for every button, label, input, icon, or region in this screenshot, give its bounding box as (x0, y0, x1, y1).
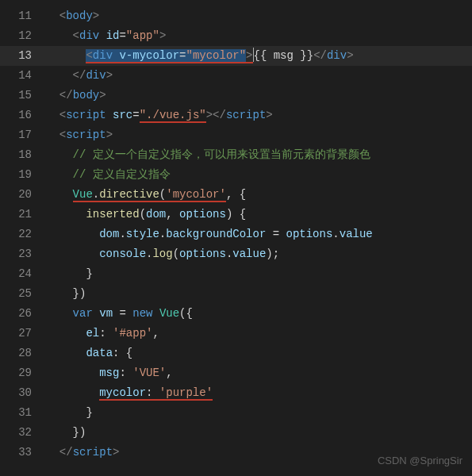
code-line[interactable]: 27 el: '#app', (0, 324, 472, 344)
code-line[interactable]: 26 var vm = new Vue({ (0, 304, 472, 324)
code-line[interactable]: 24 } (0, 264, 472, 284)
line-number: 29 (0, 363, 46, 383)
code-line[interactable]: 11 <body> (0, 6, 472, 26)
code-line[interactable]: 16 <script src="./vue.js"></script> (0, 106, 472, 125)
line-number: 21 (0, 205, 46, 225)
code-line[interactable]: 13 <div v-mycolor="mycolor">{{ msg }}</d… (0, 46, 472, 66)
line-number: 14 (0, 66, 46, 86)
code-line[interactable]: 25 }) (0, 284, 472, 304)
line-number: 28 (0, 344, 46, 363)
code-line[interactable]: 14 </div> (0, 66, 472, 86)
code-line[interactable]: 30 mycolor: 'purple' (0, 383, 472, 403)
line-number: 19 (0, 165, 46, 185)
line-number: 20 (0, 185, 46, 205)
line-number: 24 (0, 264, 46, 284)
line-number: 32 (0, 423, 46, 443)
line-number: 27 (0, 324, 46, 344)
line-number: 22 (0, 225, 46, 244)
code-editor[interactable]: 11 <body> 12 <div id="app"> 13 <div v-my… (0, 0, 472, 469)
watermark: CSDN @SpringSir (378, 455, 462, 466)
code-line[interactable]: 15 </body> (0, 86, 472, 106)
line-number: 18 (0, 145, 46, 165)
line-number: 25 (0, 284, 46, 304)
line-number: 11 (0, 6, 46, 26)
code-line[interactable]: 18 // 定义一个自定义指令，可以用来设置当前元素的背景颜色 (0, 145, 472, 165)
line-number: 13 (0, 46, 46, 66)
line-number: 12 (0, 26, 46, 46)
line-number: 23 (0, 244, 46, 264)
code-line[interactable]: 29 msg: 'VUE', (0, 363, 472, 383)
code-line[interactable]: 31 } (0, 403, 472, 423)
line-number: 15 (0, 86, 46, 106)
code-line[interactable]: 22 dom.style.backgroundColor = options.v… (0, 225, 472, 244)
line-number: 30 (0, 383, 46, 403)
code-line[interactable]: 32 }) (0, 423, 472, 443)
line-number: 33 (0, 443, 46, 463)
code-line[interactable]: 21 inserted(dom, options) { (0, 205, 472, 225)
code-line[interactable]: 23 console.log(options.value); (0, 244, 472, 264)
line-number: 17 (0, 125, 46, 145)
text-cursor (253, 48, 254, 62)
line-number: 26 (0, 304, 46, 324)
code-line[interactable]: 28 data: { (0, 344, 472, 363)
code-line[interactable]: 19 // 定义自定义指令 (0, 165, 472, 185)
code-line[interactable]: 17 <script> (0, 125, 472, 145)
line-number: 31 (0, 403, 46, 423)
code-line[interactable]: 12 <div id="app"> (0, 26, 472, 46)
code-line[interactable]: 20 Vue.directive('mycolor', { (0, 185, 472, 205)
line-number: 16 (0, 106, 46, 125)
